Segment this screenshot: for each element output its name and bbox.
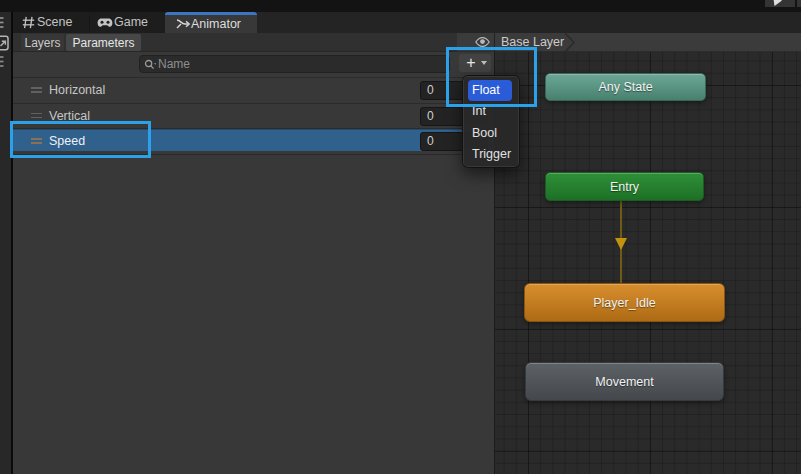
state-node-label: Player_Idle [593, 296, 656, 310]
parameter-type-menu: Float Int Bool Trigger [462, 75, 520, 168]
parameters-panel: + Horizontal 0 Vertical 0 Speed 0 [13, 52, 494, 474]
transition-arrow[interactable] [495, 52, 801, 474]
parameter-row-speed[interactable]: Speed 0 [13, 129, 494, 155]
search-input[interactable] [158, 56, 444, 72]
drag-handle-icon[interactable] [31, 113, 42, 120]
window-top-strip [0, 0, 801, 12]
transition-arrowhead-icon [615, 238, 627, 250]
parameter-row-vertical[interactable]: Vertical 0 [13, 104, 494, 130]
drag-handle-icon[interactable] [31, 87, 42, 94]
menu-item-float[interactable]: Float [468, 80, 512, 101]
animator-toolbar: Layers Parameters Base Layer [13, 33, 801, 52]
state-node-entry[interactable]: Entry [545, 172, 704, 201]
parameters-tab-label: Parameters [72, 36, 134, 50]
tab-game-label: Game [114, 12, 148, 33]
plus-icon: + [464, 54, 478, 72]
tab-game[interactable]: Game [90, 12, 165, 33]
animator-icon [176, 17, 191, 30]
scene-grid-icon [22, 16, 35, 29]
editor-tab-bar: Scene Game Animator [13, 12, 801, 33]
animator-graph-canvas[interactable]: Any State Entry Player_Idle Movement [494, 52, 801, 474]
parameter-list: Horizontal 0 Vertical 0 Speed 0 [13, 77, 494, 155]
search-row: + [13, 52, 494, 77]
menu-item-trigger[interactable]: Trigger [463, 144, 519, 165]
menu-item-bool[interactable]: Bool [463, 123, 519, 144]
parameter-row-horizontal[interactable]: Horizontal 0 [13, 78, 494, 104]
eye-icon [475, 36, 490, 48]
tab-bar-empty-area [257, 12, 801, 33]
search-icon [144, 59, 156, 71]
list-icon [0, 15, 4, 30]
state-node-label: Entry [610, 180, 639, 194]
state-node-any-state[interactable]: Any State [545, 73, 706, 101]
breadcrumb-chevron-icon [564, 33, 586, 52]
open-external-icon[interactable] [0, 35, 9, 51]
parameter-name: Horizontal [49, 78, 105, 103]
parameters-tab[interactable]: Parameters [66, 34, 141, 51]
left-panel-edge [0, 12, 13, 474]
breadcrumb-bar: Base Layer [494, 33, 801, 52]
menu-item-int[interactable]: Int [463, 101, 519, 122]
parameter-name: Speed [49, 129, 85, 154]
menu-lines-icon [0, 54, 4, 69]
gamepad-icon [97, 16, 113, 29]
layers-tab[interactable]: Layers [21, 34, 64, 51]
play-arrow-icon[interactable] [773, 0, 783, 7]
breadcrumb-base-layer[interactable]: Base Layer [501, 33, 564, 52]
caret-down-icon [481, 61, 487, 65]
add-parameter-button[interactable]: + [459, 54, 491, 72]
tab-animator[interactable]: Animator [165, 12, 257, 33]
search-field[interactable] [139, 55, 450, 73]
tab-scene[interactable]: Scene [14, 12, 90, 33]
state-node-player-idle[interactable]: Player_Idle [524, 283, 725, 322]
parameters-toolbar: Layers Parameters [13, 33, 457, 52]
drag-handle-icon[interactable] [31, 138, 42, 145]
state-node-label: Any State [598, 80, 652, 94]
tab-scene-label: Scene [37, 12, 72, 33]
state-node-label: Movement [595, 375, 653, 389]
toolbar-button-sliver[interactable] [797, 0, 801, 7]
layers-tab-label: Layers [24, 36, 60, 50]
parameter-name: Vertical [49, 104, 90, 129]
state-node-movement[interactable]: Movement [525, 362, 724, 401]
